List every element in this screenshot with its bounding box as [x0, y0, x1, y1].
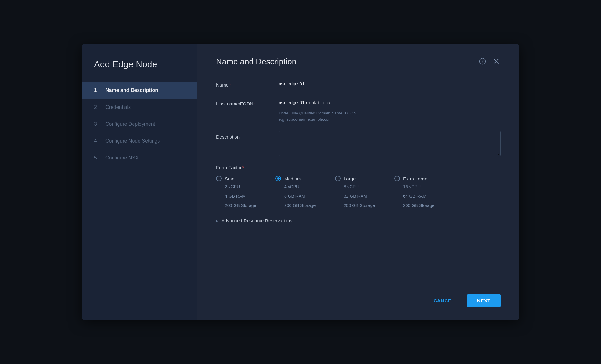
- step-item-3[interactable]: 3 Configure Deployment: [82, 116, 197, 133]
- step-label: Configure Deployment: [105, 121, 155, 127]
- radio-row-small[interactable]: Small: [216, 176, 275, 181]
- chevron-right-icon: ▸: [216, 218, 218, 223]
- name-label: Name*: [216, 79, 279, 88]
- step-item-2[interactable]: 2 Credentials: [82, 99, 197, 116]
- dialog-footer: CANCEL NEXT: [216, 285, 501, 307]
- step-number: 1: [94, 88, 100, 93]
- hostname-control: Enter Fully Qualified Domain Name (FQDN)…: [279, 98, 501, 122]
- description-row: Description: [216, 131, 501, 156]
- step-number: 4: [94, 138, 100, 144]
- form-factor-section: Form Factor* Small 2 vCPU 4 GB RAM 200 G…: [216, 165, 501, 209]
- radio-row-medium[interactable]: Medium: [275, 176, 335, 181]
- spec-storage-xlarge: 200 GB Storage: [394, 202, 454, 210]
- spec-ram-medium: 8 GB RAM: [275, 193, 335, 200]
- radio-label-xlarge: Extra Large: [403, 176, 427, 181]
- right-panel: Name and Description ?: [197, 44, 519, 320]
- step-label: Credentials: [105, 104, 131, 110]
- dialog-title: Add Edge Node: [82, 59, 197, 82]
- step-item-5[interactable]: 5 Configure NSX: [82, 149, 197, 166]
- name-control: [279, 79, 501, 89]
- radio-label-large: Large: [344, 176, 356, 181]
- step-item-4[interactable]: 4 Configure Node Settings: [82, 133, 197, 149]
- hostname-input[interactable]: [279, 98, 501, 108]
- step-item-1[interactable]: 1 Name and Description: [82, 82, 197, 99]
- radio-row-xlarge[interactable]: Extra Large: [394, 176, 454, 181]
- radio-label-medium: Medium: [284, 176, 301, 181]
- spec-ram-large: 32 GB RAM: [335, 193, 394, 200]
- radio-row-large[interactable]: Large: [335, 176, 394, 181]
- step-number: 3: [94, 121, 100, 127]
- advanced-label: Advanced Resource Reservations: [221, 218, 292, 223]
- close-button[interactable]: [492, 57, 501, 66]
- advanced-resource-row[interactable]: ▸ Advanced Resource Reservations: [216, 218, 501, 223]
- description-label: Description: [216, 131, 279, 139]
- spec-vcpu-xlarge: 16 vCPU: [394, 183, 454, 191]
- spec-storage-small: 200 GB Storage: [216, 202, 275, 210]
- cancel-button[interactable]: CANCEL: [427, 295, 461, 306]
- radio-small[interactable]: [216, 176, 222, 181]
- radio-medium[interactable]: [275, 176, 281, 181]
- form-factor-option-large[interactable]: Large 8 vCPU 32 GB RAM 200 GB Storage: [335, 176, 394, 209]
- spec-vcpu-small: 2 vCPU: [216, 183, 275, 191]
- step-label: Configure Node Settings: [105, 138, 160, 144]
- spec-storage-large: 200 GB Storage: [335, 202, 394, 210]
- spec-ram-small: 4 GB RAM: [216, 193, 275, 200]
- step-number: 2: [94, 104, 100, 110]
- form-factor-option-xlarge[interactable]: Extra Large 16 vCPU 64 GB RAM 200 GB Sto…: [394, 176, 454, 209]
- header-icons: ?: [478, 57, 501, 66]
- name-input[interactable]: [279, 79, 501, 89]
- svg-text:?: ?: [481, 59, 483, 64]
- next-button[interactable]: NEXT: [467, 294, 501, 307]
- hostname-row: Host name/FQDN* Enter Fully Qualified Do…: [216, 98, 501, 122]
- right-panel-header: Name and Description ?: [216, 57, 501, 67]
- spec-vcpu-large: 8 vCPU: [335, 183, 394, 191]
- radio-xlarge[interactable]: [394, 176, 400, 181]
- step-label: Name and Description: [105, 88, 158, 93]
- form-factor-option-medium[interactable]: Medium 4 vCPU 8 GB RAM 200 GB Storage: [275, 176, 335, 209]
- left-panel: Add Edge Node 1 Name and Description 2 C…: [82, 44, 197, 320]
- spec-vcpu-medium: 4 vCPU: [275, 183, 335, 191]
- step-list: 1 Name and Description 2 Credentials 3 C…: [82, 82, 197, 166]
- section-title: Name and Description: [216, 57, 296, 67]
- help-button[interactable]: ?: [478, 57, 487, 66]
- description-input[interactable]: [279, 131, 501, 156]
- form-body: Name* Host name/FQDN* Enter Fully Qualif…: [216, 79, 501, 285]
- hostname-label: Host name/FQDN*: [216, 98, 279, 106]
- name-row: Name*: [216, 79, 501, 89]
- spec-storage-medium: 200 GB Storage: [275, 202, 335, 210]
- form-factor-options: Small 2 vCPU 4 GB RAM 200 GB Storage Med…: [216, 176, 501, 209]
- radio-label-small: Small: [225, 176, 237, 181]
- add-edge-node-dialog: Add Edge Node 1 Name and Description 2 C…: [82, 44, 519, 320]
- form-factor-label: Form Factor*: [216, 165, 501, 170]
- description-control: [279, 131, 501, 156]
- form-factor-option-small[interactable]: Small 2 vCPU 4 GB RAM 200 GB Storage: [216, 176, 275, 209]
- step-number: 5: [94, 155, 100, 161]
- spec-ram-xlarge: 64 GB RAM: [394, 193, 454, 200]
- step-label: Configure NSX: [105, 155, 139, 161]
- radio-large[interactable]: [335, 176, 341, 181]
- hostname-hint: Enter Fully Qualified Domain Name (FQDN)…: [279, 110, 501, 122]
